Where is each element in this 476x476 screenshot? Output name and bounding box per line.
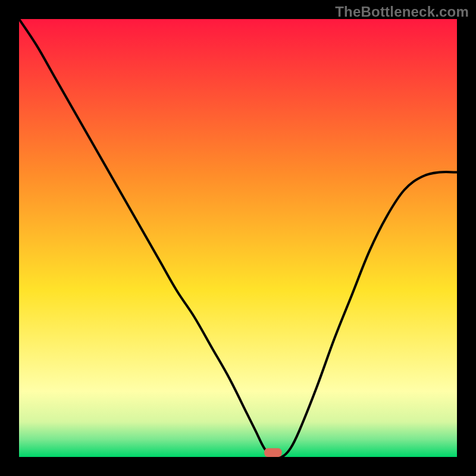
gradient-background [19, 19, 457, 457]
chart-frame: TheBottleneck.com [0, 0, 476, 476]
bottleneck-chart [19, 19, 457, 457]
attribution-label: TheBottleneck.com [335, 4, 469, 20]
optimal-marker [264, 448, 281, 457]
